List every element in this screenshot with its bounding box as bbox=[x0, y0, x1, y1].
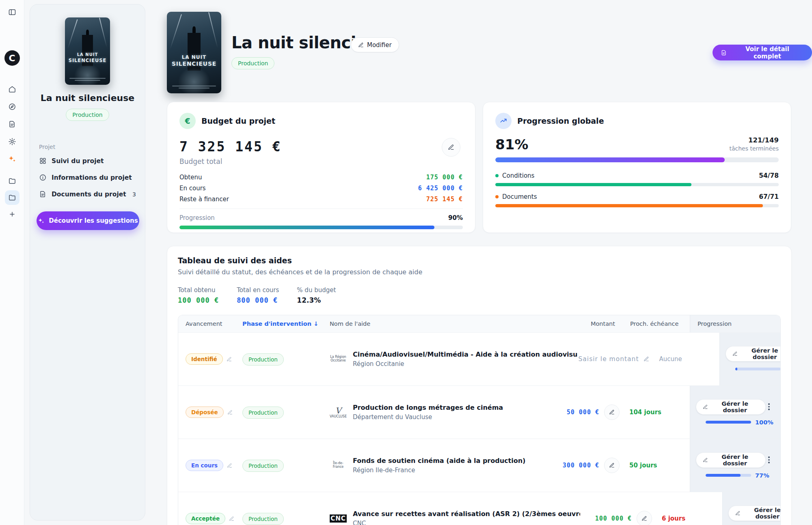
edit-amount-button[interactable] bbox=[604, 458, 620, 473]
stat-value: 12.3% bbox=[297, 296, 336, 304]
metric-value: 54/78 bbox=[759, 172, 779, 179]
phase-badge: Production bbox=[242, 460, 284, 472]
edit-status-icon[interactable] bbox=[227, 410, 233, 415]
row-menu-icon[interactable] bbox=[766, 402, 772, 412]
manage-label: Gérer le dossier bbox=[741, 347, 781, 360]
plus-icon[interactable] bbox=[5, 207, 19, 222]
edit-project-button[interactable]: Modifier bbox=[351, 37, 399, 52]
aids-table: Avancement Phase d'intervention ↓ Nom de… bbox=[178, 315, 781, 525]
header-status-badge: Production bbox=[231, 57, 274, 69]
budget-total-value: 7 325 145 € bbox=[179, 139, 463, 155]
aid-name: Cinéma/Audiovisuel/Multimédia - Aide à l… bbox=[353, 351, 577, 358]
manage-label: Gérer le dossier bbox=[744, 507, 781, 520]
sort-arrow-icon: ↓ bbox=[313, 321, 318, 327]
manage-file-button[interactable]: Gérer le dossier bbox=[726, 346, 781, 361]
stat-total-obtenu: Total obtenu 100 000 € bbox=[178, 286, 219, 304]
stat-value: 800 000 € bbox=[237, 296, 279, 304]
aid-org: Région Occitanie bbox=[353, 360, 577, 368]
budget-row-encours: En cours 6 425 000 € bbox=[179, 185, 463, 192]
progression-card: Progression globale 81% 121/149 tâches t… bbox=[483, 102, 791, 233]
edit-budget-button[interactable] bbox=[442, 138, 460, 157]
manage-file-button[interactable]: Gérer le dossier bbox=[696, 399, 766, 415]
metric-label: Documents bbox=[502, 193, 537, 200]
manage-label: Gérer le dossier bbox=[711, 400, 759, 413]
budget-row-obtenu: Obtenu 175 000 € bbox=[179, 174, 463, 181]
pencil-icon bbox=[703, 457, 708, 463]
phase-badge: Production bbox=[242, 513, 284, 525]
manage-label: Gérer le dossier bbox=[711, 454, 759, 467]
sidebar-item-label: Suivi du projet bbox=[52, 157, 104, 165]
sidebar-item-suivi[interactable]: Suivi du projet bbox=[30, 153, 145, 169]
aids-table-subtitle: Suivi détaillé du statut, des échéances … bbox=[178, 268, 791, 276]
app-logo[interactable]: C bbox=[4, 50, 20, 66]
row-progress-bar bbox=[735, 368, 781, 370]
stat-label: Total obtenu bbox=[178, 286, 219, 294]
edit-status-icon[interactable] bbox=[227, 463, 232, 468]
documents-bar bbox=[495, 204, 779, 207]
row-label: En cours bbox=[179, 185, 206, 192]
col-progression: Progression bbox=[690, 315, 780, 332]
org-logo-occitanie: La Région Occitanie bbox=[330, 351, 347, 368]
gear-icon[interactable] bbox=[5, 134, 19, 149]
col-avancement: Avancement bbox=[178, 321, 235, 327]
folder-icon[interactable] bbox=[5, 174, 19, 188]
row-menu-icon[interactable] bbox=[766, 455, 772, 465]
stat-total-en-cours: Total en cours 800 000 € bbox=[237, 286, 279, 304]
sparkles-icon[interactable] bbox=[5, 152, 19, 166]
amount: 100 000 € bbox=[595, 515, 632, 522]
compass-icon[interactable] bbox=[5, 99, 19, 114]
sidebar-item-informations[interactable]: Informations du projet bbox=[30, 169, 145, 186]
edit-amount-icon[interactable] bbox=[644, 356, 649, 362]
phase-badge: Production bbox=[242, 353, 284, 366]
metric-documents: Documents 67/71 bbox=[495, 193, 779, 207]
aid-org: Département du Vaucluse bbox=[353, 413, 503, 421]
pencil-icon bbox=[703, 404, 708, 410]
trending-up-icon bbox=[495, 113, 512, 129]
budget-card-title: Budget du projet bbox=[201, 116, 275, 125]
budget-progress-bar bbox=[179, 226, 463, 229]
col-montant: Montant bbox=[548, 321, 623, 327]
progression-percent: 81% bbox=[495, 136, 528, 153]
app-rail: C bbox=[0, 0, 24, 525]
table-row: En cours Production Île-de-France Fonds … bbox=[178, 439, 780, 492]
metric-conditions: Conditions 54/78 bbox=[495, 172, 779, 186]
manage-file-button[interactable]: Gérer le dossier bbox=[728, 506, 781, 521]
edit-amount-button[interactable] bbox=[604, 405, 620, 420]
folder-open-icon[interactable] bbox=[5, 190, 19, 205]
poster-title-line2: SILENCIEUSE bbox=[167, 60, 221, 67]
sidebar-project-title: La nuit silencieuse bbox=[30, 93, 145, 103]
info-icon bbox=[39, 174, 47, 181]
cta-label: Découvrir les suggestions bbox=[49, 217, 138, 224]
status-badge: Acceptée bbox=[186, 513, 225, 524]
aid-org: CNC bbox=[353, 520, 580, 525]
sidebar-toggle-icon[interactable] bbox=[5, 5, 19, 19]
tasks-label: tâches terminées bbox=[729, 145, 779, 152]
table-header-row: Avancement Phase d'intervention ↓ Nom de… bbox=[178, 315, 780, 332]
aid-name: Fonds de soutien cinéma (aide à la produ… bbox=[353, 457, 525, 465]
edit-status-icon[interactable] bbox=[227, 357, 232, 362]
detail-label: Voir le détail complet bbox=[731, 45, 804, 60]
sidebar-item-documents[interactable]: Documents du projet 3 bbox=[30, 186, 145, 202]
row-value: 725 145 € bbox=[426, 196, 463, 203]
pencil-icon bbox=[735, 510, 741, 516]
edit-status-icon[interactable] bbox=[229, 516, 234, 521]
view-full-detail-button[interactable]: Voir le détail complet bbox=[713, 45, 812, 60]
org-logo-ile-de-france: Île-de-France bbox=[330, 457, 347, 474]
discover-suggestions-button[interactable]: Découvrir les suggestions bbox=[37, 211, 139, 230]
file-icon[interactable] bbox=[5, 117, 19, 131]
stat-label: % du budget bbox=[297, 286, 336, 294]
project-poster-thumbnail: LA NUIT SILENCIEUSE bbox=[65, 17, 110, 85]
home-icon[interactable] bbox=[5, 82, 19, 97]
deadline: 50 jours bbox=[623, 462, 690, 469]
org-logo-vaucluse: VVAUCLUSE bbox=[330, 404, 347, 421]
col-phase-sortable[interactable]: Phase d'intervention ↓ bbox=[235, 321, 322, 327]
metric-value: 67/71 bbox=[759, 193, 779, 200]
sidebar-status-badge: Production bbox=[66, 109, 109, 121]
amount-placeholder: Saisir le montant bbox=[579, 355, 639, 363]
euro-icon: € bbox=[179, 113, 196, 129]
aid-org: Région Ile-de-France bbox=[353, 467, 525, 474]
row-progress-pct: 100% bbox=[755, 419, 773, 426]
edit-amount-button[interactable] bbox=[637, 511, 652, 525]
sparkles-icon bbox=[38, 217, 45, 224]
manage-file-button[interactable]: Gérer le dossier bbox=[696, 452, 766, 468]
